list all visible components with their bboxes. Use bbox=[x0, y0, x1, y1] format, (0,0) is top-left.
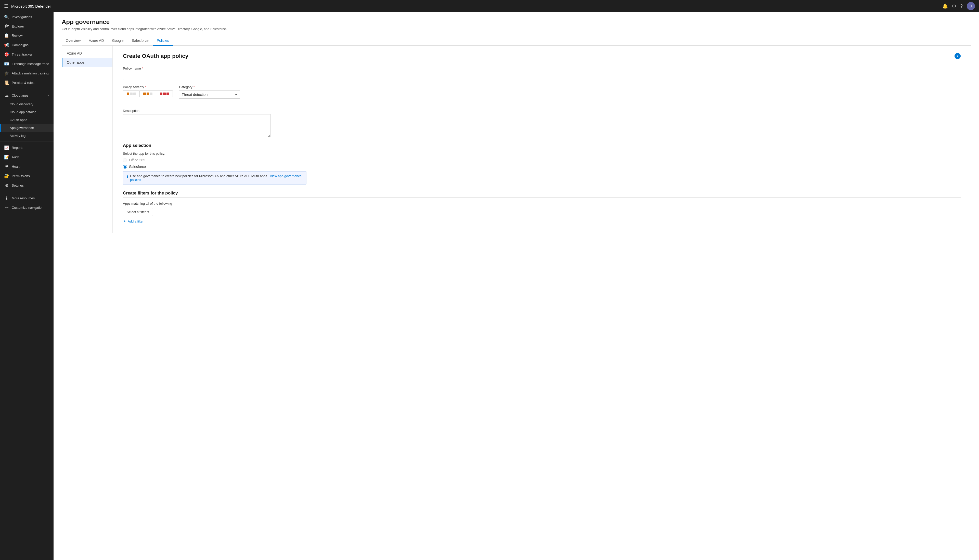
sub-nav: Azure AD Other apps bbox=[62, 46, 113, 233]
radio-office-365[interactable]: Office 365 bbox=[123, 158, 961, 162]
sub-nav-azure-ad[interactable]: Azure AD bbox=[62, 49, 112, 58]
topbar-icons: 🔔 ⚙ ? U bbox=[942, 2, 975, 10]
activity-log-label: Activity log bbox=[10, 134, 25, 138]
description-label: Description bbox=[123, 109, 961, 113]
sidebar-item-label: Campaigns bbox=[12, 43, 28, 47]
info-icon: ℹ bbox=[127, 174, 128, 178]
sev-dot-2 bbox=[130, 93, 133, 95]
sev-dot-m1 bbox=[143, 93, 146, 95]
tab-google[interactable]: Google bbox=[108, 36, 128, 46]
sidebar-item-label: Explorer bbox=[12, 25, 24, 28]
sidebar-item-label: Settings bbox=[12, 183, 24, 187]
chevron-down-icon: ▾ bbox=[147, 210, 149, 214]
settings-sidebar-icon: ⚙ bbox=[4, 183, 9, 188]
tab-azure-ad[interactable]: Azure AD bbox=[85, 36, 108, 46]
chevron-up-icon: ▲ bbox=[47, 94, 50, 97]
avatar[interactable]: U bbox=[967, 2, 975, 10]
category-select[interactable]: Threat detection Compliance Data protect… bbox=[179, 90, 240, 98]
page-title: App governance bbox=[62, 18, 971, 25]
tab-bar: Overview Azure AD Google Salesforce Poli… bbox=[62, 36, 971, 46]
sidebar-item-investigations[interactable]: 🔍 Investigations bbox=[0, 12, 53, 22]
sidebar-item-app-governance[interactable]: App governance bbox=[0, 124, 53, 132]
sidebar-item-label: Reports bbox=[12, 146, 23, 150]
sidebar-item-cloud-apps[interactable]: ☁ Cloud apps ▲ bbox=[0, 91, 53, 100]
severity-medium-button[interactable] bbox=[140, 90, 156, 97]
explorer-icon: 🗺 bbox=[4, 24, 9, 28]
sidebar-item-cloud-app-catalog[interactable]: Cloud app catalog bbox=[0, 108, 53, 116]
page-content: App governance Get in-depth visibility a… bbox=[53, 12, 979, 560]
sidebar-item-exchange-message-trace[interactable]: 📧 Exchange message trace bbox=[0, 59, 53, 68]
cloud-discovery-label: Cloud discovery bbox=[10, 102, 33, 106]
sidebar-item-label: Permissions bbox=[12, 174, 30, 178]
sidebar-item-activity-log[interactable]: Activity log bbox=[0, 132, 53, 140]
sub-nav-other-apps[interactable]: Other apps bbox=[62, 58, 112, 67]
sidebar-item-label: Health bbox=[12, 165, 22, 168]
cloud-app-catalog-label: Cloud app catalog bbox=[10, 110, 37, 114]
reports-icon: 📈 bbox=[4, 145, 9, 150]
sidebar-item-settings[interactable]: ⚙ Settings bbox=[0, 181, 53, 190]
tab-salesforce[interactable]: Salesforce bbox=[128, 36, 153, 46]
settings-icon[interactable]: ⚙ bbox=[952, 3, 956, 9]
topbar: ☰ Microsoft 365 Defender 🔔 ⚙ ? U bbox=[0, 0, 979, 12]
form-title: Create OAuth app policy ? bbox=[123, 53, 961, 59]
sidebar-item-label: Review bbox=[12, 33, 23, 37]
radio-salesforce[interactable]: Salesforce bbox=[123, 165, 961, 169]
investigations-icon: 🔍 bbox=[4, 15, 9, 19]
sidebar-item-policies-rules[interactable]: 📜 Policies & rules bbox=[0, 78, 53, 87]
form-area: Create OAuth app policy ? Policy name * bbox=[113, 46, 971, 233]
audit-icon: 📝 bbox=[4, 155, 9, 160]
sev-dot-h1 bbox=[160, 93, 162, 95]
threat-tracker-icon: 🎯 bbox=[4, 52, 9, 57]
tab-policies[interactable]: Policies bbox=[153, 36, 173, 46]
sidebar-item-reports[interactable]: 📈 Reports bbox=[0, 143, 53, 152]
sev-dot-m2 bbox=[147, 93, 149, 95]
sidebar-item-customize-navigation[interactable]: ✏ Customize navigation bbox=[0, 203, 53, 212]
sev-dot-3 bbox=[133, 93, 136, 95]
add-filter-container: ＋ Add a filter bbox=[123, 216, 961, 226]
tab-overview[interactable]: Overview bbox=[62, 36, 85, 46]
sidebar-item-threat-tracker[interactable]: 🎯 Threat tracker bbox=[0, 50, 53, 59]
sidebar-item-health[interactable]: ❤ Health bbox=[0, 162, 53, 171]
sidebar-item-campaigns[interactable]: 📢 Campaigns bbox=[0, 40, 53, 50]
sev-dot-m3 bbox=[150, 93, 152, 95]
sidebar-item-label: Audit bbox=[12, 155, 19, 159]
add-filter-button[interactable]: ＋ Add a filter bbox=[123, 217, 143, 226]
policy-severity-label: Policy severity * bbox=[123, 85, 173, 89]
sidebar-item-cloud-discovery[interactable]: Cloud discovery bbox=[0, 100, 53, 108]
policies-icon: 📜 bbox=[4, 80, 9, 85]
hamburger-icon[interactable]: ☰ bbox=[4, 3, 8, 9]
sidebar-item-permissions[interactable]: 🔐 Permissions bbox=[0, 171, 53, 181]
sidebar-item-more-resources[interactable]: ℹ More resources bbox=[0, 193, 53, 203]
help-circle-icon[interactable]: ? bbox=[954, 53, 961, 59]
app-title: Microsoft 365 Defender bbox=[11, 4, 939, 8]
page-subtitle: Get in-depth visibility and control over… bbox=[62, 27, 971, 31]
policy-name-input[interactable] bbox=[123, 72, 194, 80]
severity-low-button[interactable] bbox=[123, 90, 140, 97]
app-governance-label: App governance bbox=[10, 126, 34, 130]
sidebar-item-label: Threat tracker bbox=[12, 53, 32, 56]
sidebar-item-attack-simulation[interactable]: 🎓 Attack simulation training bbox=[0, 68, 53, 78]
radio-salesforce-input[interactable] bbox=[123, 165, 127, 169]
review-icon: 📋 bbox=[4, 33, 9, 38]
severity-high-button[interactable] bbox=[156, 90, 173, 97]
sidebar-divider-1 bbox=[0, 89, 53, 89]
main-layout: 🔍 Investigations 🗺 Explorer 📋 Review 📢 C… bbox=[0, 12, 979, 560]
sidebar-item-audit[interactable]: 📝 Audit bbox=[0, 152, 53, 162]
radio-office-365-input[interactable] bbox=[123, 158, 127, 162]
sev-dot-1 bbox=[127, 93, 129, 95]
panel-layout: Azure AD Other apps Create OAuth app pol… bbox=[62, 46, 971, 233]
sidebar-item-oauth-apps[interactable]: OAuth apps bbox=[0, 116, 53, 124]
sidebar-item-label: Investigations bbox=[12, 15, 32, 19]
sidebar-item-label: Customize navigation bbox=[12, 206, 43, 210]
filter-sublabel: Apps matching all of the following bbox=[123, 202, 961, 205]
sev-dot-h3 bbox=[167, 93, 169, 95]
sidebar-item-explorer[interactable]: 🗺 Explorer bbox=[0, 22, 53, 31]
info-box: ℹ Use app governance to create new polic… bbox=[123, 171, 307, 185]
sidebar-item-review[interactable]: 📋 Review bbox=[0, 31, 53, 40]
description-textarea[interactable] bbox=[123, 114, 271, 137]
description-group: Description bbox=[123, 109, 961, 138]
select-filter-button[interactable]: Select a filter ▾ bbox=[123, 208, 153, 216]
filter-section: Create filters for the policy Apps match… bbox=[123, 191, 961, 226]
notification-icon[interactable]: 🔔 bbox=[942, 3, 948, 9]
help-icon[interactable]: ? bbox=[960, 3, 963, 9]
